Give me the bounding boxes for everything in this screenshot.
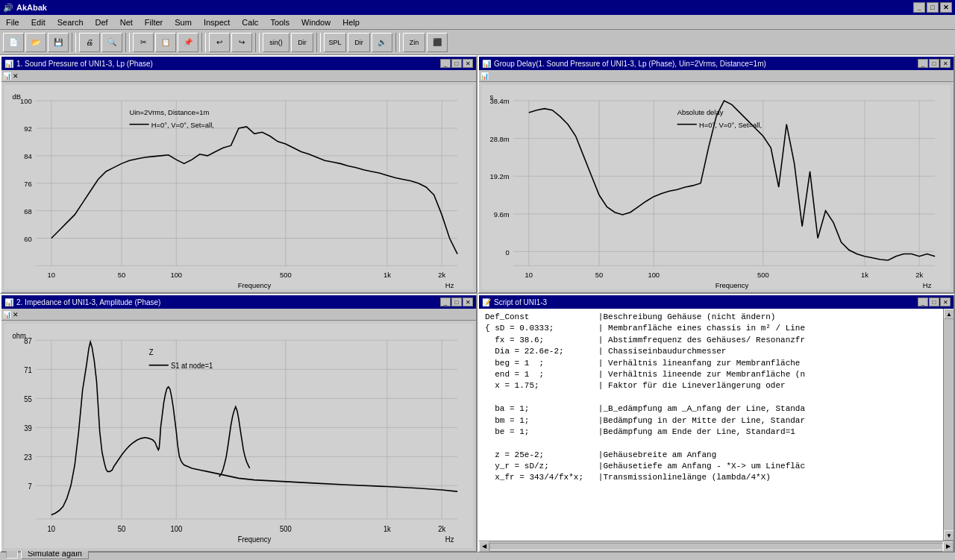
- imp-icon1[interactable]: 📊: [3, 311, 11, 318]
- menu-search[interactable]: Search: [51, 16, 90, 28]
- scroll-left-btn[interactable]: ◀: [479, 541, 489, 552]
- imp-icon: 📊: [4, 298, 13, 306]
- title-bar-controls[interactable]: _ □ ✕: [913, 2, 952, 13]
- close-button[interactable]: ✕: [940, 2, 952, 13]
- tb-print[interactable]: 🖨: [79, 33, 100, 52]
- tb-sim[interactable]: sin(): [263, 33, 289, 52]
- menu-edit[interactable]: Edit: [25, 16, 51, 28]
- svg-text:50: 50: [595, 271, 603, 279]
- imp-icon2[interactable]: ✕: [13, 311, 19, 318]
- panel-imp-controls[interactable]: _ □ ✕: [440, 298, 473, 306]
- scroll-track-h[interactable]: [489, 543, 943, 550]
- menu-calc[interactable]: Calc: [236, 16, 264, 28]
- sp-icon2[interactable]: ✕: [13, 72, 19, 80]
- tb-redo[interactable]: ↪: [231, 33, 252, 52]
- tb-last[interactable]: ⬛: [427, 33, 448, 52]
- svg-text:s: s: [489, 92, 493, 101]
- minimize-button[interactable]: _: [913, 2, 925, 13]
- gd-icon: 📊: [482, 60, 491, 68]
- panel-gd-maximize[interactable]: □: [929, 59, 939, 68]
- scroll-right-btn[interactable]: ▶: [943, 541, 954, 552]
- tb-spk[interactable]: 🔊: [372, 33, 392, 52]
- svg-text:60: 60: [24, 235, 31, 243]
- svg-text:50: 50: [118, 271, 125, 279]
- menu-def[interactable]: Def: [90, 16, 114, 28]
- panel-script: 📝 Script of UNI1-3 _ □ ✕ Def_Const |Besc…: [478, 294, 955, 553]
- svg-text:500: 500: [280, 524, 292, 532]
- script-icon: 📝: [482, 298, 491, 306]
- gd-chart-inner: 38.4m 28.8m 19.2m 9.6m 0 10 50 100 500 1…: [482, 85, 951, 289]
- tb-new[interactable]: 📄: [3, 33, 24, 52]
- panel-sp-close[interactable]: ✕: [463, 59, 473, 68]
- svg-text:Hz: Hz: [445, 535, 454, 544]
- svg-rect-0: [4, 85, 473, 289]
- panel-icon: 📊: [4, 60, 13, 68]
- scroll-up-btn[interactable]: ▲: [944, 309, 954, 319]
- menu-file[interactable]: File: [0, 16, 25, 28]
- gd-icon1[interactable]: 📊: [480, 72, 489, 80]
- tb-zin[interactable]: Zin: [403, 33, 425, 52]
- svg-text:100: 100: [648, 271, 660, 279]
- menu-window[interactable]: Window: [295, 16, 336, 28]
- tb-dir[interactable]: Dir: [291, 33, 313, 52]
- svg-text:2k: 2k: [438, 271, 445, 279]
- gd-chart-area: 38.4m 28.8m 19.2m 9.6m 0 10 50 100 500 1…: [479, 82, 954, 292]
- panel-sp-minimize[interactable]: _: [440, 59, 451, 68]
- tb-dir2[interactable]: Dir: [348, 33, 370, 52]
- script-scrollbar-h[interactable]: ◀ ▶: [479, 541, 954, 551]
- tb-save[interactable]: 💾: [48, 33, 69, 52]
- panel-sound-pressure-title: 📊 1. Sound Pressure of UNI1-3, Lp (Phase…: [1, 57, 476, 70]
- panel-gd-minimize[interactable]: _: [918, 59, 928, 68]
- script-content[interactable]: Def_Const |Beschreibung Gehäuse (nicht ä…: [479, 309, 943, 541]
- svg-rect-62: [4, 324, 473, 548]
- menu-sum[interactable]: Sum: [169, 16, 198, 28]
- panel-imp-close[interactable]: ✕: [463, 298, 473, 306]
- svg-text:10: 10: [525, 271, 533, 279]
- maximize-button[interactable]: □: [927, 2, 939, 13]
- panel-sp-maximize[interactable]: □: [451, 59, 462, 68]
- tb-spl[interactable]: SPL: [324, 33, 346, 52]
- svg-text:100: 100: [170, 524, 182, 532]
- menu-help[interactable]: Help: [336, 16, 366, 28]
- tb-cut[interactable]: ✂: [133, 33, 154, 52]
- tb-sep3: [201, 33, 206, 52]
- svg-text:Frequency: Frequency: [238, 535, 272, 544]
- panel-impedance: 📊 2. Impedance of UNI1-3, Amplitude (Pha…: [0, 294, 478, 553]
- app-title: AkAbak: [16, 3, 47, 12]
- tb-preview[interactable]: 🔍: [101, 33, 122, 52]
- sp-icon1[interactable]: 📊: [3, 72, 11, 80]
- svg-text:50: 50: [118, 524, 126, 532]
- toolbar: 📄 📂 💾 🖨 🔍 ✂ 📋 📌 ↩ ↪ sin() Dir SPL Dir 🔊 …: [0, 30, 955, 55]
- scroll-down-btn[interactable]: ▼: [944, 530, 954, 541]
- tb-open[interactable]: 📂: [25, 33, 46, 52]
- panel-imp-minimize[interactable]: _: [440, 298, 451, 306]
- svg-text:10: 10: [48, 271, 55, 279]
- panel-group-delay-label: Group Delay(1. Sound Pressure of UNI1-3,…: [494, 60, 766, 68]
- panel-imp-maximize[interactable]: □: [451, 298, 462, 306]
- menu-filter[interactable]: Filter: [139, 16, 169, 28]
- menu-net[interactable]: Net: [114, 16, 139, 28]
- panel-script-title: 📝 Script of UNI1-3 _ □ ✕: [479, 295, 954, 309]
- menu-tools[interactable]: Tools: [264, 16, 295, 28]
- panel-gd-controls[interactable]: _ □ ✕: [918, 59, 951, 68]
- panel-script-controls[interactable]: _ □ ✕: [918, 298, 951, 306]
- tb-undo[interactable]: ↩: [209, 33, 230, 52]
- panel-script-close[interactable]: ✕: [940, 298, 951, 306]
- panel-script-minimize[interactable]: _: [918, 298, 928, 306]
- menu-inspect[interactable]: Inspect: [198, 16, 236, 28]
- svg-text:Frequency: Frequency: [716, 281, 749, 289]
- svg-text:9.6m: 9.6m: [494, 210, 510, 218]
- tb-paste[interactable]: 📌: [178, 33, 198, 52]
- panel-gd-close[interactable]: ✕: [940, 59, 951, 68]
- title-bar: 🔊 AkAbak _ □ ✕: [0, 0, 955, 15]
- gd-chart-svg: 38.4m 28.8m 19.2m 9.6m 0 10 50 100 500 1…: [482, 85, 951, 289]
- tb-copy[interactable]: 📋: [155, 33, 176, 52]
- panel-sound-pressure-controls[interactable]: _ □ ✕: [440, 59, 473, 68]
- panel-script-maximize[interactable]: □: [929, 298, 939, 306]
- svg-text:1k: 1k: [383, 271, 391, 279]
- panel-script-label: Script of UNI1-3: [494, 298, 547, 306]
- script-scrollbar-v[interactable]: ▲ ▼: [943, 309, 954, 541]
- svg-text:dB: dB: [12, 92, 21, 101]
- title-bar-left: 🔊 AkAbak: [3, 3, 47, 13]
- svg-text:Hz: Hz: [923, 281, 932, 289]
